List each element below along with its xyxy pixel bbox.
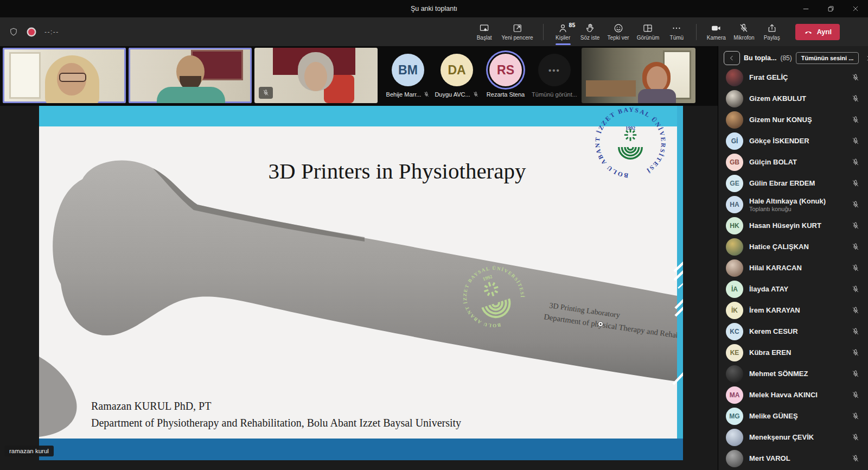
video-tile-1[interactable] bbox=[3, 48, 126, 103]
participant-row[interactable]: MAMelek Havva AKINCI bbox=[718, 384, 868, 405]
minimize-button[interactable] bbox=[793, 0, 818, 17]
toolbar-gorunum-label: Görünüm bbox=[637, 35, 660, 41]
video-placeholder bbox=[9, 52, 41, 99]
toolbar-kisiler-label: Kişiler bbox=[556, 35, 570, 41]
window-close-button[interactable] bbox=[843, 0, 868, 17]
toolbar-baslat-label: Başlat bbox=[477, 35, 492, 41]
raise-hand-icon bbox=[585, 22, 596, 34]
shared-screen-stage: BOLU ABANT İZZET BAYSAL ÜNİVERSİTESİ 199… bbox=[0, 106, 718, 470]
participant-name: Mehmet SÖNMEZ bbox=[749, 370, 851, 378]
video-placeholder bbox=[59, 73, 86, 82]
mic-off-icon bbox=[851, 454, 860, 463]
audio-participant-DA[interactable]: DADuygu AVC... bbox=[432, 54, 481, 98]
toolbar-paylas-button[interactable]: Paylaş bbox=[758, 17, 786, 46]
avatar-photo bbox=[726, 259, 743, 277]
participant-row[interactable]: İAİlayda ATAY bbox=[718, 278, 868, 300]
leave-label: Ayrıl bbox=[817, 28, 832, 36]
mic-off-icon bbox=[851, 94, 860, 103]
participant-row[interactable]: Mert VAROL bbox=[718, 448, 868, 469]
panel-close-button[interactable] bbox=[863, 52, 868, 65]
back-button[interactable] bbox=[724, 51, 740, 65]
participant-row[interactable]: Mehmet SÖNMEZ bbox=[718, 363, 868, 384]
toolbar-gorunum-button[interactable]: Görünüm bbox=[633, 17, 663, 46]
avatar-initials: GB bbox=[726, 154, 743, 171]
toolbar-yeni-pencere-button[interactable]: Yeni pencere bbox=[498, 17, 537, 46]
participant-count: (85) bbox=[780, 54, 792, 62]
screen-share-start-icon bbox=[479, 22, 490, 34]
participant-row[interactable]: Hatice ÇALIŞKAN bbox=[718, 236, 868, 257]
mic-off-icon bbox=[851, 391, 860, 399]
mic-off-icon bbox=[851, 179, 860, 188]
restore-button[interactable] bbox=[818, 0, 843, 17]
mute-all-button[interactable]: Tümünün sesini ... bbox=[796, 52, 859, 64]
avatar-photo bbox=[726, 365, 743, 383]
avatar-photo bbox=[726, 450, 743, 467]
meeting-timer: --:-- bbox=[44, 28, 59, 36]
participant-row[interactable]: GİGökçe İSKENDER bbox=[718, 130, 868, 151]
toolbar-kamera-button[interactable]: Kamera bbox=[703, 17, 730, 46]
participant-row[interactable]: GEGülin Ebrar ERDEM bbox=[718, 173, 868, 194]
participant-row[interactable]: KCKerem CESUR bbox=[718, 321, 868, 342]
leave-button[interactable]: Ayrıl bbox=[795, 24, 840, 40]
mic-off-icon bbox=[851, 243, 860, 251]
video-tile-2[interactable] bbox=[129, 48, 252, 103]
video-tile-4[interactable] bbox=[582, 48, 695, 103]
audio-participant-RS[interactable]: RSRezarta Stena bbox=[481, 54, 530, 98]
video-tile-3[interactable] bbox=[254, 48, 378, 103]
avatar-photo bbox=[726, 69, 743, 86]
participant-name: Hale Altınkaya (Konuk) bbox=[749, 197, 851, 205]
participant-name: İlayda ATAY bbox=[749, 285, 851, 293]
avatar-photo bbox=[726, 238, 743, 256]
mic-off-icon bbox=[473, 91, 479, 98]
participant-name: Gülçin BOLAT bbox=[749, 158, 851, 166]
toolbar-soz-iste-button[interactable]: Söz iste bbox=[577, 17, 604, 46]
avatar-initials: HA bbox=[726, 196, 743, 213]
participant-row[interactable]: Gizem AKBULUT bbox=[718, 88, 868, 109]
avatar-initials: BM bbox=[392, 54, 424, 86]
participant-name: Gökçe İSKENDER bbox=[749, 137, 851, 145]
show-all-participants-button[interactable]: •••Tümünü görünt... bbox=[530, 54, 579, 98]
toolbar-buttons: BaşlatYeni pencere 85KişilerSöz isteTepk… bbox=[471, 17, 868, 46]
avatar-initials: KC bbox=[726, 323, 743, 340]
participant-name: Fırat GELİÇ bbox=[749, 73, 851, 81]
avatar-initials: DA bbox=[441, 54, 473, 86]
mic-off-icon bbox=[851, 264, 860, 272]
recording-indicator-icon[interactable] bbox=[28, 29, 35, 35]
participant-filmstrip: BMBehije Marr...DADuygu AVC...RSRezarta … bbox=[0, 46, 718, 106]
toolbar-tepki-ver-button[interactable]: Tepki ver bbox=[604, 17, 633, 46]
participant-row[interactable]: KEKübra EREN bbox=[718, 342, 868, 363]
mic-off-icon bbox=[423, 91, 430, 98]
participant-row[interactable]: GBGülçin BOLAT bbox=[718, 151, 868, 173]
toolbar-tumu-button[interactable]: Tümü bbox=[663, 17, 690, 46]
participant-row[interactable]: HKHasan Hüseyin KURT bbox=[718, 215, 868, 236]
participant-row[interactable]: Menekşenur ÇEVİK bbox=[718, 427, 868, 448]
window-title: Şu anki toplantı bbox=[0, 0, 868, 17]
participant-label: Rezarta Stena bbox=[487, 91, 525, 98]
toolbar-mikrofon-button[interactable]: Mikrofon bbox=[730, 17, 758, 46]
avatar-photo bbox=[726, 429, 743, 446]
toolbar-kisiler-button[interactable]: 85Kişiler bbox=[550, 17, 577, 46]
participant-row[interactable]: İKİrem KARAYAN bbox=[718, 300, 868, 321]
shared-screen-content[interactable]: BOLU ABANT İZZET BAYSAL ÜNİVERSİTESİ 199… bbox=[39, 106, 683, 460]
participant-list: Fırat GELİÇGizem AKBULUTGizem Nur KONUŞG… bbox=[718, 67, 868, 469]
participant-row[interactable]: Fırat GELİÇ bbox=[718, 67, 868, 88]
participant-row[interactable]: MGMelike GÜNEŞ bbox=[718, 405, 868, 427]
participant-name: Gülin Ebrar ERDEM bbox=[749, 179, 851, 187]
video-placeholder bbox=[304, 62, 327, 91]
participant-row[interactable]: Hilal KARACAN bbox=[718, 257, 868, 278]
participant-label: Behije Marr... bbox=[386, 91, 422, 98]
avatar-initials: İK bbox=[726, 302, 743, 319]
toolbar-separator bbox=[696, 24, 697, 40]
people-icon: 85 bbox=[558, 22, 569, 34]
participant-row[interactable]: HAHale Altınkaya (Konuk)Toplantı konuğu bbox=[718, 194, 868, 215]
participants-panel: Bu topla... (85) Tümünün sesini ... Fıra… bbox=[718, 46, 868, 470]
teams-meeting-window: Şu anki toplantı --:-- BaşlatYeni pencer… bbox=[0, 0, 868, 470]
participant-name: Kerem CESUR bbox=[749, 327, 851, 335]
toolbar-baslat-button[interactable]: Başlat bbox=[471, 17, 498, 46]
avatar-initials: Gİ bbox=[726, 132, 743, 150]
layout-icon bbox=[642, 22, 653, 34]
audio-participant-BM[interactable]: BMBehije Marr... bbox=[384, 54, 432, 98]
toolbar-tepki-ver-label: Tepki ver bbox=[608, 35, 629, 41]
participant-row[interactable]: Gizem Nur KONUŞ bbox=[718, 109, 868, 130]
avatar-initials: İA bbox=[726, 281, 743, 298]
